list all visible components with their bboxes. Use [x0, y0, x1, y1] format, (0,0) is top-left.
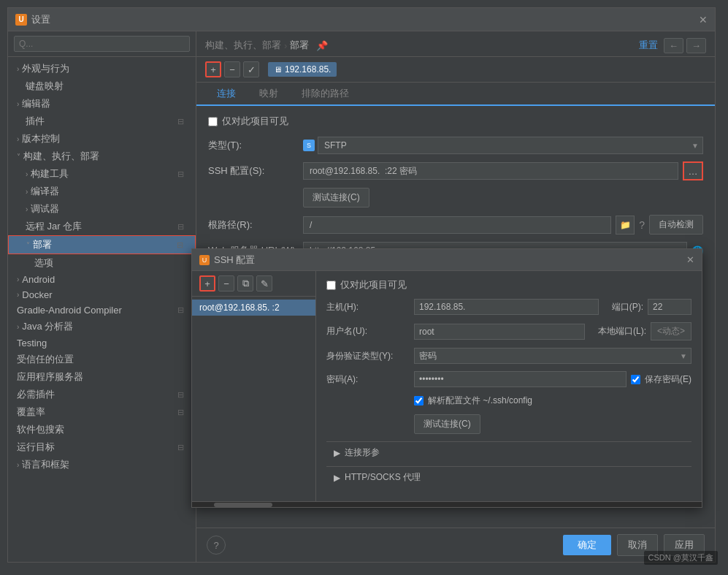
sidebar-label: 编辑器: [22, 97, 50, 110]
sidebar-label: Docker: [22, 289, 52, 300]
sidebar-item-options[interactable]: 选项: [8, 254, 196, 272]
http-socks-section[interactable]: ▶ HTTP/SOCKS 代理: [326, 466, 691, 488]
ssh-copy-button[interactable]: ⧉: [237, 275, 253, 292]
type-select[interactable]: SFTP: [318, 137, 703, 154]
ssh-dialog-close[interactable]: ✕: [686, 254, 694, 265]
sidebar-item-keymaps[interactable]: 键盘映射: [8, 77, 196, 95]
ssh-only-project-row: 仅对此项目可见: [326, 278, 691, 292]
tab-mapping[interactable]: 映射: [248, 83, 290, 106]
confirm-button[interactable]: 确定: [563, 535, 611, 555]
sidebar-label: 调试器: [31, 202, 59, 216]
sidebar-item-gradle[interactable]: Gradle-Android Compiler ⊟: [8, 302, 196, 318]
arrow-icon: ›: [17, 65, 19, 73]
ssh-username-input[interactable]: [414, 324, 585, 340]
sidebar-label: 插件: [26, 115, 45, 128]
only-project-checkbox[interactable]: [208, 117, 218, 126]
ssh-scrollbar[interactable]: [192, 501, 702, 507]
ssh-auth-select[interactable]: 密码: [414, 348, 691, 364]
ssh-password-field: 保存密码(E): [414, 371, 691, 387]
sidebar-item-app-servers[interactable]: 应用程序服务器: [8, 368, 196, 386]
sidebar-item-java-analyzer[interactable]: › Java 分析器: [8, 318, 196, 335]
sidebar-item-package-search[interactable]: 软件包搜索: [8, 421, 196, 438]
sidebar-label: 运行目标: [17, 441, 55, 454]
tab-connect[interactable]: 连接: [205, 83, 248, 106]
content-header: 构建、执行、部署 › 部署 📌 重置 ← →: [196, 31, 715, 57]
sidebar-item-remote-jar[interactable]: 远程 Jar 仓库 ⊟: [8, 218, 196, 235]
ssh-remove-button[interactable]: −: [218, 275, 234, 292]
ssh-password-input[interactable]: [414, 371, 627, 387]
sidebar-item-editor[interactable]: › 编辑器: [8, 95, 196, 113]
ssh-edit-button[interactable]: ✎: [256, 275, 272, 292]
sidebar-label: Android: [22, 274, 55, 285]
help-button[interactable]: ?: [207, 536, 226, 555]
search-input[interactable]: [14, 36, 190, 52]
search-bar: [8, 31, 196, 57]
conn-params-section[interactable]: ▶ 连接形参: [326, 441, 691, 463]
sidebar-label: 选项: [34, 256, 53, 270]
ext-icon: ⊟: [177, 408, 184, 417]
ssh-port-input[interactable]: [648, 299, 691, 315]
parse-config-checkbox[interactable]: [414, 396, 424, 405]
ssh-add-button[interactable]: +: [199, 275, 215, 292]
sidebar-item-lang[interactable]: › 语言和框架: [8, 456, 196, 473]
ext-icon: ⊟: [177, 390, 184, 400]
sidebar-item-vcs[interactable]: › 版本控制: [8, 130, 196, 148]
sidebar-item-compiler[interactable]: › 编译器: [8, 183, 196, 200]
test-connect-button[interactable]: 测试连接(C): [303, 188, 369, 207]
sidebar-item-docker[interactable]: › Docker: [8, 287, 196, 302]
sidebar-item-plugins[interactable]: 插件 ⊟: [8, 113, 196, 130]
ssh-config-dots-button[interactable]: …: [683, 161, 703, 180]
watermark: CSDN @莫汉千鑫: [644, 551, 718, 565]
folder-icon-button[interactable]: 📁: [616, 216, 635, 235]
help-icon[interactable]: ?: [639, 219, 645, 231]
ssh-only-project-checkbox[interactable]: [326, 281, 336, 290]
add-server-button[interactable]: +: [205, 61, 221, 77]
ssh-host-label: 主机(H):: [326, 301, 414, 313]
sidebar-item-coverage[interactable]: 覆盖率 ⊟: [8, 403, 196, 421]
forward-button[interactable]: →: [686, 38, 706, 53]
ssh-host-input[interactable]: [414, 299, 599, 315]
sidebar-item-testing[interactable]: Testing: [8, 335, 196, 351]
http-socks-label: HTTP/SOCKS 代理: [345, 471, 421, 484]
sidebar-item-trusted[interactable]: 受信任的位置: [8, 351, 196, 368]
ssh-server-item[interactable]: root@192.168.85. :2: [192, 300, 315, 316]
expand-icon: ˅: [26, 241, 30, 249]
sidebar-item-required-plugins[interactable]: 必需插件 ⊟: [8, 386, 196, 403]
confirm-server-button[interactable]: ✓: [243, 61, 259, 77]
server-item[interactable]: 🖥 192.168.85.: [268, 62, 337, 77]
sidebar-item-build-tools[interactable]: › 构建工具 ⊟: [8, 165, 196, 183]
sidebar-item-build[interactable]: ˅ 构建、执行、部署: [8, 148, 196, 165]
sidebar-item-deploy[interactable]: ˅ 部署 ⊟: [8, 235, 196, 254]
sidebar-item-debugger[interactable]: › 调试器: [8, 200, 196, 218]
sidebar-item-android[interactable]: › Android: [8, 272, 196, 287]
server-icon: 🖥: [274, 65, 282, 74]
header-actions: 重置 ← →: [636, 37, 706, 53]
ssh-config-row: SSH 配置(S): …: [208, 161, 703, 180]
auto-detect-button[interactable]: 自动检测: [649, 215, 703, 235]
ssh-toolbar: + − ⧉ ✎: [192, 271, 315, 297]
http-socks-arrow: ▶: [334, 473, 340, 483]
sidebar-item-run-targets[interactable]: 运行目标 ⊟: [8, 438, 196, 456]
save-password-checkbox[interactable]: [631, 375, 640, 384]
tab-excluded[interactable]: 排除的路径: [290, 83, 361, 106]
only-project-row: 仅对此项目可见: [208, 115, 703, 128]
save-password-label: 保存密码(E): [631, 373, 691, 386]
close-button[interactable]: ✕: [699, 14, 708, 26]
ssh-host-field: 端口(P):: [414, 299, 691, 315]
reset-button[interactable]: 重置: [636, 37, 661, 53]
back-button[interactable]: ←: [664, 38, 683, 53]
ssh-config-dialog: U SSH 配置 ✕ + − ⧉ ✎ root@192.168.85. :2 仅…: [191, 248, 702, 508]
sidebar-label: 远程 Jar 仓库: [26, 220, 82, 233]
root-path-label: 根路径(R):: [208, 218, 303, 232]
ssh-test-connect-button[interactable]: 测试连接(C): [414, 414, 480, 434]
sidebar-item-appearance[interactable]: › 外观与行为: [8, 60, 196, 77]
ssh-auth-label: 身份验证类型(Y):: [326, 350, 414, 362]
sidebar-label: Java 分析器: [22, 320, 73, 333]
sidebar-label: 版本控制: [22, 132, 60, 145]
ssh-config-input[interactable]: [303, 162, 678, 180]
remove-server-button[interactable]: −: [224, 61, 240, 77]
arrow-icon: ›: [17, 291, 19, 299]
ssh-local-port-button[interactable]: <动态>: [651, 322, 691, 340]
root-path-input[interactable]: [303, 216, 611, 234]
pin-icon[interactable]: 📌: [316, 40, 328, 51]
